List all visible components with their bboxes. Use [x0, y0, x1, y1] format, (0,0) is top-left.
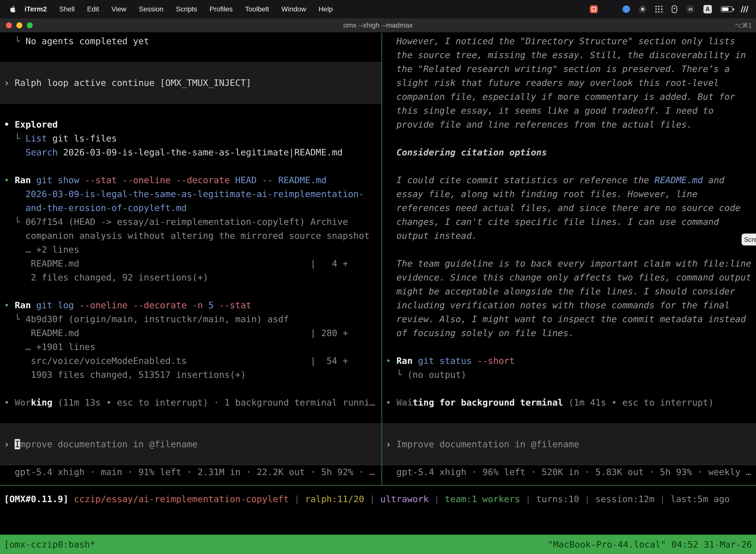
- text-segment: README.md: [654, 175, 703, 185]
- menu-toolbelt[interactable]: Toolbelt: [239, 5, 275, 13]
- terminal-line: the "Related research writing" section i…: [382, 62, 756, 76]
- text-segment: mprove documentation in @filename: [20, 439, 197, 449]
- text-segment: this single essay, it seems like a good …: [386, 106, 713, 116]
- text-segment: of focusing solely on file lines.: [386, 328, 574, 338]
- text-segment: Search: [25, 147, 58, 157]
- prompt-input[interactable]: › Improve documentation in @filename: [0, 437, 381, 451]
- terminal-line: [382, 424, 756, 437]
- input-source-icon[interactable]: A: [703, 5, 712, 13]
- terminal-pane-right[interactable]: However, I noticed the "Directory Struct…: [382, 33, 756, 485]
- terminal-line: including verification notes with those …: [382, 298, 756, 312]
- text-segment: src/voice/voiceModeEnabled.ts | 54 +: [4, 356, 348, 366]
- terminal-line: and-the-erosion-of-copyleft.md: [0, 201, 381, 215]
- text-segment: king: [31, 397, 52, 407]
- terminal-line: of focusing solely on file lines.: [382, 326, 756, 340]
- menu-window[interactable]: Window: [275, 5, 313, 13]
- terminal-line: this single essay, it seems like a good …: [382, 104, 756, 118]
- tmux-status-bar: [omx-cczip0:bash* "MacBook-Pro-44.local"…: [0, 535, 756, 554]
- text-segment: (1m 41s • esc to interrupt): [563, 397, 713, 407]
- terminal-line: Considering citation options: [382, 146, 756, 159]
- terminal-line: companion file, especially if more comme…: [382, 90, 756, 104]
- apple-menu-icon[interactable]: [10, 5, 16, 13]
- terminal-line: evidence. Since this change only affects…: [382, 271, 756, 284]
- text-segment: the source tree, missing the essay. Stil…: [386, 50, 746, 60]
- menu-extra-icon[interactable]: [741, 6, 749, 12]
- text-segment: › Ralph loop active continue [OMX_TMUX_I…: [4, 78, 251, 88]
- close-button[interactable]: [6, 22, 12, 28]
- terminal-line: [0, 382, 381, 396]
- menu-view[interactable]: View: [105, 5, 132, 13]
- menu-items: iTerm2ShellEditViewSessionScriptsProfile…: [18, 5, 339, 13]
- terminal-line: the source tree, missing the essay. Stil…: [382, 48, 756, 62]
- text-segment: ›: [386, 439, 396, 449]
- text-segment: [4, 147, 25, 157]
- terminal-line: … +1901 lines: [0, 340, 381, 354]
- menu-iterm2[interactable]: iTerm2: [18, 5, 53, 13]
- text-segment: •: [386, 397, 396, 407]
- text-segment: including verification notes with those …: [386, 300, 730, 310]
- terminal-line: [0, 284, 381, 298]
- text-segment: ›: [4, 439, 15, 449]
- terminal-line: • Working (11m 13s • esc to interrupt) ·…: [0, 396, 381, 409]
- apps-grid-icon[interactable]: [655, 5, 663, 13]
- terminal-line: [0, 424, 381, 437]
- screen-share-overlay-tab[interactable]: Scre: [742, 233, 756, 245]
- text-segment: └: [4, 133, 25, 144]
- terminal-pane-left[interactable]: └ No agents completed yet› Ralph loop ac…: [0, 33, 381, 485]
- text-segment: references need actual files, and since …: [386, 203, 740, 213]
- text-segment: git show: [36, 175, 84, 185]
- omx-segment: |: [364, 494, 380, 504]
- menu-status-icons: .61 A: [590, 5, 750, 13]
- text-segment: and: [703, 175, 724, 185]
- battery-icon[interactable]: [721, 6, 733, 12]
- text-segment: 2026-03-09-is-legal-the-same-as-legitima…: [4, 189, 364, 199]
- menu-edit[interactable]: Edit: [81, 5, 105, 13]
- text-segment: Wai: [396, 397, 413, 407]
- tab-shortcut-badge: ⌥⌘1: [735, 22, 752, 29]
- text-segment: The team guideline is to back every impo…: [386, 258, 751, 269]
- tmux-session-label: [omx-cczip0:bash*: [4, 539, 95, 550]
- minimize-button[interactable]: [16, 22, 22, 28]
- terminal-line: • Ran git status --short: [382, 354, 756, 368]
- terminal-line: [382, 243, 756, 257]
- omx-segment: [OMX#0.11.9]: [4, 494, 74, 504]
- terminal-line: gpt-5.4 xhigh · main · 91% left · 2.31M …: [0, 465, 381, 479]
- battery-gauge-icon[interactable]: .61: [686, 5, 694, 13]
- terminal-line: src/voice/voiceModeEnabled.ts | 54 +: [0, 354, 381, 368]
- window-manager-icon[interactable]: [607, 6, 614, 13]
- raycast-icon[interactable]: [623, 5, 630, 13]
- text-segment: provide file and line references from th…: [386, 119, 692, 129]
- omx-status-line: [OMX#0.11.9] cczip/essay/ai-reimplementa…: [0, 485, 756, 535]
- terminal-line: [0, 62, 381, 76]
- dark-app-icon[interactable]: [639, 5, 646, 13]
- menu-help[interactable]: Help: [312, 5, 339, 13]
- menu-scripts[interactable]: Scripts: [170, 5, 203, 13]
- text-segment: Ran: [15, 300, 36, 310]
- text-segment: Considering citation options: [386, 147, 547, 157]
- terminal-line: └ No agents completed yet: [0, 34, 381, 48]
- terminal-line: [382, 409, 756, 424]
- traffic-lights: [6, 22, 33, 28]
- text-segment: I could cite commit statistics or refere…: [386, 175, 654, 185]
- terminal-line: README.md | 280 +: [0, 326, 381, 340]
- terminal-line: slight risk that future readers may over…: [382, 76, 756, 90]
- text-segment: └ 067f154 (HEAD -> essay/ai-reimplementa…: [4, 217, 348, 227]
- menu-session[interactable]: Session: [132, 5, 170, 13]
- text-segment: Ran: [15, 175, 36, 185]
- omx-segment: team:1 workers: [445, 494, 520, 504]
- terminal-line: [382, 131, 756, 146]
- text-segment: •: [4, 175, 15, 185]
- terminal-line: └ 4b9d30f (origin/main, instructkr/main,…: [0, 312, 381, 326]
- text-segment: Ran: [396, 356, 418, 366]
- text-segment: No agents completed yet: [25, 36, 149, 46]
- menu-profiles[interactable]: Profiles: [203, 5, 239, 13]
- terminal-line: review. Also, I might want to inspect th…: [382, 312, 756, 326]
- prompt-input[interactable]: › Improve documentation in @filename: [382, 437, 756, 451]
- text-segment: review. Also, I might want to inspect th…: [386, 314, 746, 324]
- text-cursor: I: [15, 439, 20, 449]
- omx-segment: |: [520, 494, 536, 504]
- zoom-button[interactable]: [27, 22, 33, 28]
- screen-recording-stop-icon[interactable]: [590, 5, 598, 13]
- password-manager-icon[interactable]: [672, 5, 677, 13]
- menu-shell[interactable]: Shell: [53, 5, 81, 13]
